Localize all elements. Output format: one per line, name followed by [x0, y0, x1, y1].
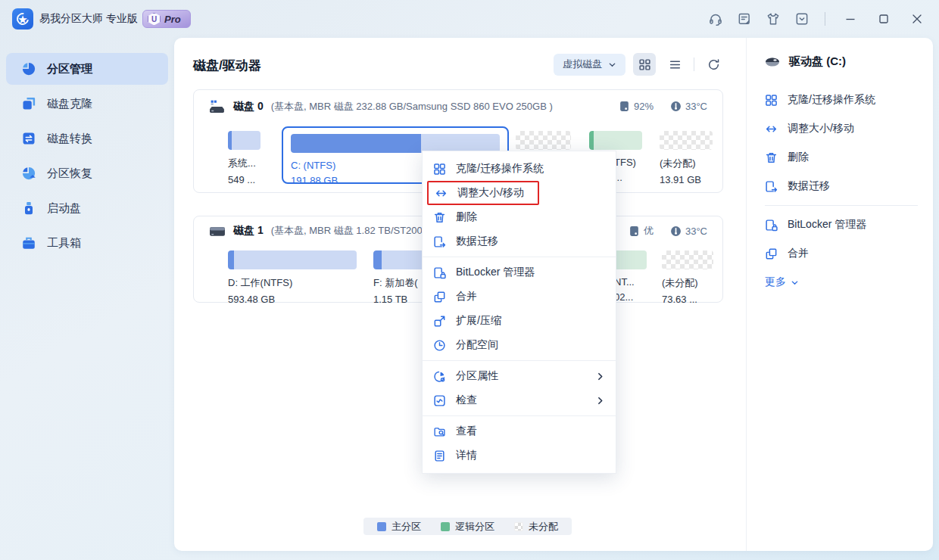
disk-health-stat: 优: [629, 224, 654, 238]
menu-item-merge[interactable]: 合并: [423, 285, 616, 309]
disk-health-value: 优: [644, 224, 654, 238]
menu-item-clone-os[interactable]: 克隆/迁移操作系统: [423, 157, 616, 181]
support-headset-icon[interactable]: [707, 10, 725, 28]
grid-view-button[interactable]: [633, 53, 656, 76]
legend-label: 主分区: [392, 520, 421, 534]
menu-item-label: 删除: [456, 210, 477, 224]
menu-item-data-migration[interactable]: 数据迁移: [423, 229, 616, 254]
menu-item-extend-shrink[interactable]: 扩展/压缩: [423, 309, 616, 333]
list-view-button[interactable]: [663, 53, 686, 76]
menu-box-icon[interactable]: [793, 10, 811, 28]
virtual-disk-dropdown[interactable]: 虚拟磁盘: [554, 54, 625, 76]
maximize-button[interactable]: [872, 8, 895, 30]
app-title: 易我分区大师 专业版: [39, 12, 138, 26]
disk-temp-value: 33°C: [685, 226, 707, 237]
panel-item-delete[interactable]: 删除: [765, 143, 918, 172]
more-link[interactable]: 更多: [765, 268, 918, 297]
menu-item-label: 扩展/压缩: [456, 314, 501, 328]
partition-unallocated-2[interactable]: (未分配) 13.91 GB: [660, 131, 713, 185]
partition-label: TFS): [614, 157, 642, 168]
theme-shirt-icon[interactable]: [764, 10, 782, 28]
selected-drive-label: 驱动盘 (C:): [789, 54, 846, 69]
page-title: 磁盘/驱动器: [193, 57, 261, 74]
resize-move-icon: [435, 187, 448, 200]
partition-unallocated[interactable]: (未分配) 73.63 ...: [662, 250, 713, 305]
menu-separator: [423, 415, 616, 416]
sidebar-item-partition-manager[interactable]: 分区管理: [6, 53, 168, 85]
primary-swatch: [377, 522, 386, 531]
menu-item-delete[interactable]: 删除: [423, 205, 616, 229]
close-button[interactable]: [906, 8, 928, 30]
view-folder-icon: [433, 425, 446, 438]
clone-os-icon: [433, 163, 446, 176]
clone-os-icon: [765, 94, 778, 107]
partition-legend: 主分区 逻辑分区 未分配: [363, 518, 572, 535]
toolbox-icon: [21, 235, 36, 250]
legend-label: 逻辑分区: [455, 520, 494, 534]
sidebar-item-toolbox[interactable]: 工具箱: [6, 227, 168, 259]
sidebar-item-partition-recovery[interactable]: 分区恢复: [6, 157, 168, 189]
menu-item-allocate-space[interactable]: 分配空间: [423, 333, 616, 357]
unallocated-swatch: [514, 522, 523, 531]
minimize-button[interactable]: [839, 8, 862, 30]
logical-swatch: [441, 522, 450, 531]
right-action-panel: 驱动盘 (C:) 克隆/迁移操作系统 调整大小/移动 删除: [746, 38, 933, 551]
left-sidebar: 分区管理 磁盘克隆 磁盘转换 分区恢复: [0, 38, 174, 560]
app-logo: ★: [12, 8, 33, 30]
menu-separator: [423, 257, 616, 257]
menu-item-details[interactable]: 详情: [423, 443, 616, 468]
partition-label: (未分配): [660, 157, 713, 170]
panel-item-resize-move[interactable]: 调整大小/移动: [765, 114, 918, 143]
chevron-down-icon: [608, 61, 616, 69]
ssd-disk-icon: [209, 99, 226, 114]
panel-item-data-migration[interactable]: 数据迁移: [765, 172, 918, 201]
bitlocker-icon: [433, 266, 446, 279]
menu-item-label: BitLocker 管理器: [456, 266, 535, 279]
drive-icon: [765, 56, 780, 68]
partition-unallocated-1[interactable]: [516, 131, 571, 150]
feedback-note-icon[interactable]: [735, 10, 753, 28]
disk-temp-stat: 33°C: [670, 101, 707, 112]
sidebar-item-bootable-disk[interactable]: 启动盘: [6, 192, 168, 224]
menu-item-view[interactable]: 查看: [423, 419, 616, 443]
data-migration-icon: [765, 180, 778, 193]
refresh-icon: [707, 58, 720, 71]
sidebar-item-disk-clone[interactable]: 磁盘克隆: [6, 88, 168, 120]
app-window: ★ 易我分区大师 专业版 U Pro: [0, 0, 939, 560]
panel-item-label: 调整大小/移动: [788, 122, 854, 135]
hdd-disk-icon: [209, 224, 226, 238]
menu-separator: [423, 360, 616, 361]
partition-recovery-icon: [21, 166, 36, 181]
panel-item-merge[interactable]: 合并: [765, 239, 918, 268]
menu-item-label: 克隆/迁移操作系统: [456, 162, 544, 176]
refresh-button[interactable]: [702, 53, 725, 76]
partition-d[interactable]: D: 工作(NTFS) 593.48 GB: [228, 250, 357, 305]
check-partition-icon: [433, 394, 446, 407]
menu-item-label: 分区属性: [456, 369, 498, 383]
menu-item-label: 调整大小/移动: [457, 186, 524, 200]
disk-usage-icon: [629, 226, 640, 237]
partition-system[interactable]: 系统... 549 ...: [228, 131, 260, 185]
sidebar-item-disk-convert[interactable]: 磁盘转换: [6, 123, 168, 154]
menu-item-check[interactable]: 检查: [423, 388, 616, 412]
menu-item-bitlocker[interactable]: BitLocker 管理器: [423, 260, 616, 285]
partition-size: 13.91 GB: [660, 174, 713, 185]
partition-size: 593.48 GB: [228, 294, 357, 305]
selected-drive-header: 驱动盘 (C:): [765, 54, 918, 69]
trash-icon: [433, 211, 446, 224]
titlebar-separator: [825, 12, 825, 26]
partition-label: (未分配): [662, 276, 713, 290]
disk-usage-value: 92%: [634, 101, 654, 112]
panel-item-bitlocker[interactable]: BitLocker 管理器: [765, 210, 918, 239]
extend-shrink-icon: [433, 315, 446, 328]
panel-item-clone-os[interactable]: 克隆/迁移操作系统: [765, 86, 918, 114]
disk-usage-icon: [619, 101, 630, 112]
context-menu: 克隆/迁移操作系统 调整大小/移动 删除 数据迁移: [422, 151, 616, 474]
merge-icon: [433, 291, 446, 303]
more-label: 更多: [765, 275, 786, 289]
partition-label: NT...: [614, 276, 647, 288]
menu-item-partition-properties[interactable]: 分区属性: [423, 364, 616, 388]
trash-icon: [765, 151, 778, 164]
chevron-down-icon: [791, 278, 799, 287]
menu-item-resize-move[interactable]: 调整大小/移动: [427, 181, 539, 205]
